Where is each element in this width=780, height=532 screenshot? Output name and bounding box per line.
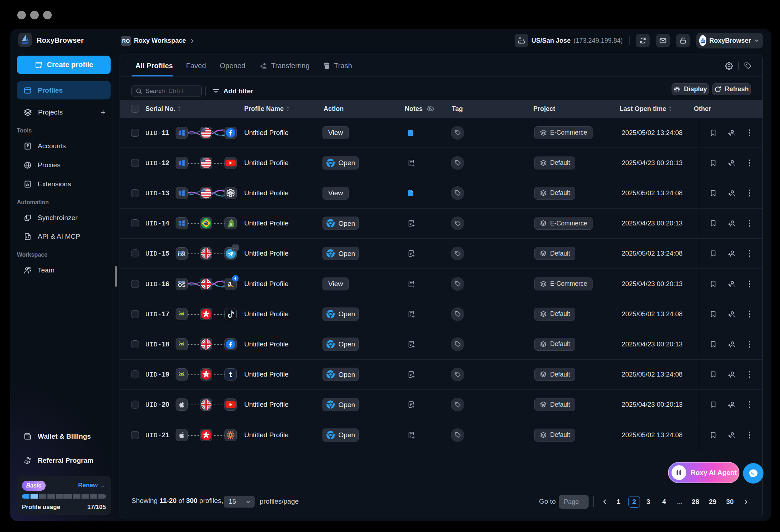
svg-text:S: S bbox=[229, 222, 232, 227]
svg-text:a: a bbox=[228, 280, 232, 287]
